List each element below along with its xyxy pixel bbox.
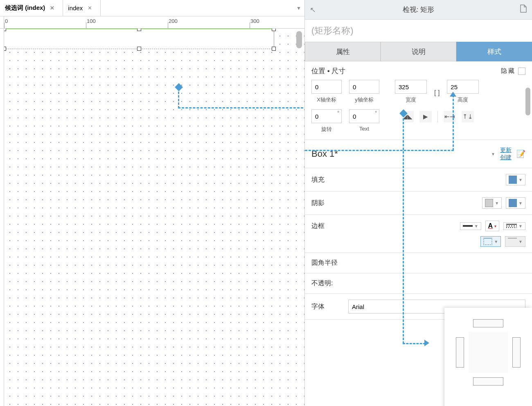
annotation-leader xyxy=(305,150,454,151)
tab-label: 候选词 (index) xyxy=(5,4,45,12)
page-icon[interactable] xyxy=(520,5,527,15)
line-thickness-icon xyxy=(463,225,473,227)
annotation-leader xyxy=(178,88,179,108)
tab-index[interactable]: index ✕ xyxy=(63,0,101,16)
annotation-leader xyxy=(453,95,454,151)
close-icon[interactable]: ✕ xyxy=(88,5,92,11)
section-title: 位置 • 尺寸 xyxy=(311,66,345,76)
annotation-arrow-icon xyxy=(424,340,429,346)
vertical-ruler xyxy=(0,29,4,406)
radius-bottom-input[interactable] xyxy=(473,377,503,386)
grid-dots xyxy=(6,32,304,406)
tab-candidates-index[interactable]: 候选词 (index) ✕ xyxy=(0,0,63,16)
resize-handle[interactable] xyxy=(137,47,141,51)
horizontal-ruler: 0 100 200 300 xyxy=(4,16,304,29)
border-style-dropdown[interactable]: ▼ xyxy=(503,222,525,230)
tabs-overflow-menu[interactable]: ▼ xyxy=(296,5,301,11)
collapse-icon[interactable]: ↖ xyxy=(310,5,316,14)
canvas-vertical-scrollbar[interactable] xyxy=(296,31,302,48)
lock-aspect-icon[interactable]: [ ] xyxy=(434,89,440,97)
border-position-dropdown[interactable]: ▼ xyxy=(505,236,525,247)
section-shadow: 阴影 ▼ ▼ xyxy=(305,192,532,215)
fit-height-icon[interactable]: ⤒⤓ xyxy=(462,111,474,122)
color-swatch-icon xyxy=(509,199,517,207)
section-opacity: 不透明: xyxy=(305,273,532,294)
radius-left-input[interactable] xyxy=(456,337,464,368)
border-weight-dropdown[interactable]: ▼ xyxy=(460,222,481,230)
shadow-color-dropdown[interactable]: ▼ xyxy=(506,197,525,209)
inspector-tabs: 属性 说明 样式 xyxy=(305,42,532,61)
selected-shape-rectangle[interactable] xyxy=(4,29,274,49)
canvas-panel: 候选词 (index) ✕ index ✕ ▼ 0 100 200 300 xyxy=(0,0,305,406)
radius-right-input[interactable] xyxy=(512,337,521,368)
corner-radius-popup[interactable] xyxy=(444,308,532,406)
chevron-down-icon[interactable]: ▼ xyxy=(491,152,495,156)
shadow-swatch-icon xyxy=(485,199,493,207)
color-swatch-icon xyxy=(509,176,517,184)
inspector-vertical-scrollbar[interactable] xyxy=(525,88,530,115)
line-pattern-icon xyxy=(506,224,517,228)
inspector-panel: ↖ 检视: 矩形 (矩形名称) 属性 说明 样式 位置 • 尺寸 隐藏 X轴坐 xyxy=(305,0,532,406)
border-select-icon xyxy=(483,238,492,245)
y-input[interactable] xyxy=(349,80,379,94)
section-fill: 填充 ▼ xyxy=(305,168,532,192)
checkbox-icon[interactable] xyxy=(518,68,525,75)
annotation-arrow-icon xyxy=(450,92,456,97)
border-color-dropdown[interactable]: A▾ xyxy=(485,221,500,231)
fit-width-icon[interactable]: ⇤⇥ xyxy=(444,111,456,122)
annotation-leader xyxy=(178,107,304,108)
border-plain-icon xyxy=(508,238,517,245)
resize-handle[interactable] xyxy=(137,29,141,31)
resize-handle[interactable] xyxy=(272,47,276,51)
annotation-leader xyxy=(403,115,404,344)
x-input[interactable] xyxy=(311,80,342,94)
flip-vertical-icon[interactable]: ▶ xyxy=(419,111,432,122)
inspector-title: 检视: 矩形 xyxy=(403,5,434,14)
edit-icon[interactable]: 📝 xyxy=(516,149,525,158)
text-color-icon: A xyxy=(488,222,493,230)
close-icon[interactable]: ✕ xyxy=(50,5,54,11)
tab-properties[interactable]: 属性 xyxy=(305,42,381,61)
canvas[interactable] xyxy=(4,29,304,406)
update-style-link[interactable]: 更新 xyxy=(500,147,512,154)
shadow-type-dropdown[interactable]: ▼ xyxy=(482,197,502,209)
resize-handle[interactable] xyxy=(4,47,6,51)
border-sides-dropdown[interactable]: ▼ xyxy=(480,236,501,247)
section-border: 边框 ▼ A▾ ▼ ▼ ▼ xyxy=(305,215,532,253)
tab-description[interactable]: 说明 xyxy=(381,42,456,61)
resize-handle[interactable] xyxy=(4,29,6,31)
annotation-leader xyxy=(403,343,426,344)
radius-preview xyxy=(469,332,508,373)
shape-name-input[interactable]: (矩形名称) xyxy=(305,20,532,42)
tab-style[interactable]: 样式 xyxy=(456,42,532,61)
create-style-link[interactable]: 创建 xyxy=(500,154,512,161)
fill-color-dropdown[interactable]: ▼ xyxy=(506,174,525,185)
section-corner-radius: 圆角半径 xyxy=(305,253,532,273)
section-position-size: 位置 • 尺寸 隐藏 X轴坐标 y轴坐标 宽度 xyxy=(305,61,532,140)
hide-toggle[interactable]: 隐藏 xyxy=(501,67,525,75)
resize-handle[interactable] xyxy=(272,29,276,31)
tab-label: index xyxy=(68,5,83,11)
section-style-name: Box 1* ▼ 更新 创建 📝 xyxy=(305,140,532,168)
file-tabs-bar: 候选词 (index) ✕ index ✕ ▼ xyxy=(0,0,304,16)
width-input[interactable] xyxy=(395,80,427,94)
ruler-row: 0 100 200 300 xyxy=(0,16,304,29)
radius-top-input[interactable] xyxy=(473,319,503,327)
inspector-header: ↖ 检视: 矩形 xyxy=(305,0,532,20)
